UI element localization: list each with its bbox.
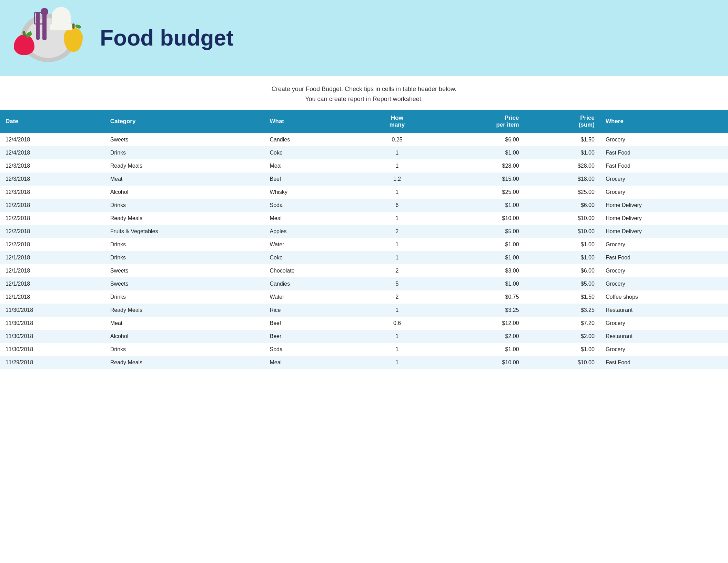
table-header-row: Date Category What Howmany Priceper item…: [0, 110, 728, 133]
cell-date: 12/4/2018: [0, 146, 105, 159]
cell-date: 12/2/2018: [0, 225, 105, 238]
cell-howmany: 1.2: [361, 172, 433, 186]
cell-where: Fast Food: [600, 356, 728, 369]
cell-howmany: 0.6: [361, 317, 433, 330]
cell-what: Meal: [264, 212, 361, 225]
cell-price-per-item: $1.00: [433, 199, 525, 212]
table-row: 12/4/2018SweetsCandies0.25$6.00$1.50Groc…: [0, 133, 728, 146]
cell-category: Drinks: [105, 146, 264, 159]
cell-category: Drinks: [105, 251, 264, 264]
cell-howmany: 1: [361, 186, 433, 199]
cell-price-sum: $1.00: [525, 251, 600, 264]
cell-price-sum: $28.00: [525, 159, 600, 172]
cell-where: Home Delivery: [600, 212, 728, 225]
cell-where: Home Delivery: [600, 225, 728, 238]
table-body: 12/4/2018SweetsCandies0.25$6.00$1.50Groc…: [0, 133, 728, 369]
cell-price-sum: $25.00: [525, 186, 600, 199]
cell-date: 12/2/2018: [0, 238, 105, 251]
cell-price-per-item: $2.00: [433, 330, 525, 343]
table-row: 12/1/2018SweetsCandies5$1.00$5.00Grocery: [0, 277, 728, 290]
subtitle-line1: Create your Food Budget. Check tips in c…: [7, 84, 721, 94]
cell-price-per-item: $6.00: [433, 133, 525, 146]
cell-what: Coke: [264, 146, 361, 159]
cell-what: Meal: [264, 159, 361, 172]
cell-price-per-item: $1.00: [433, 343, 525, 356]
cell-price-sum: $1.00: [525, 343, 600, 356]
cell-what: Candies: [264, 277, 361, 290]
cell-where: Grocery: [600, 186, 728, 199]
header-illustration: [14, 7, 83, 69]
cell-howmany: 6: [361, 199, 433, 212]
cell-howmany: 1: [361, 330, 433, 343]
cell-price-sum: $10.00: [525, 212, 600, 225]
cell-category: Alcohol: [105, 186, 264, 199]
pear-icon: [64, 28, 83, 52]
cell-where: Home Delivery: [600, 199, 728, 212]
cell-what: Water: [264, 290, 361, 304]
cell-category: Drinks: [105, 290, 264, 304]
cell-date: 12/3/2018: [0, 172, 105, 186]
cell-price-per-item: $15.00: [433, 172, 525, 186]
cell-price-per-item: $3.25: [433, 304, 525, 317]
col-what: What: [264, 110, 361, 133]
col-howmany: Howmany: [361, 110, 433, 133]
cell-date: 11/30/2018: [0, 343, 105, 356]
cell-howmany: 2: [361, 264, 433, 277]
cell-date: 11/30/2018: [0, 317, 105, 330]
cell-price-per-item: $25.00: [433, 186, 525, 199]
utensils-icon: [36, 12, 47, 40]
cell-price-sum: $10.00: [525, 225, 600, 238]
cell-what: Soda: [264, 343, 361, 356]
cell-date: 12/1/2018: [0, 290, 105, 304]
cell-what: Whisky: [264, 186, 361, 199]
spoon-icon: [42, 12, 47, 40]
table-row: 12/3/2018AlcoholWhisky1$25.00$25.00Groce…: [0, 186, 728, 199]
cell-date: 12/1/2018: [0, 251, 105, 264]
cell-price-sum: $2.00: [525, 330, 600, 343]
cell-howmany: 1: [361, 343, 433, 356]
cell-what: Meal: [264, 356, 361, 369]
cell-price-per-item: $5.00: [433, 225, 525, 238]
cell-price-sum: $18.00: [525, 172, 600, 186]
table-row: 12/2/2018DrinksSoda6$1.00$6.00Home Deliv…: [0, 199, 728, 212]
cell-category: Sweets: [105, 277, 264, 290]
cell-what: Water: [264, 238, 361, 251]
cell-howmany: 1: [361, 356, 433, 369]
col-category: Category: [105, 110, 264, 133]
cell-category: Sweets: [105, 133, 264, 146]
cell-price-sum: $5.00: [525, 277, 600, 290]
cell-price-per-item: $3.00: [433, 264, 525, 277]
subtitle: Create your Food Budget. Check tips in c…: [0, 76, 728, 110]
cell-what: Beef: [264, 172, 361, 186]
cell-category: Drinks: [105, 199, 264, 212]
cell-date: 12/1/2018: [0, 277, 105, 290]
col-where: Where: [600, 110, 728, 133]
cell-date: 11/30/2018: [0, 304, 105, 317]
cell-where: Grocery: [600, 172, 728, 186]
cell-price-per-item: $1.00: [433, 277, 525, 290]
cell-category: Drinks: [105, 343, 264, 356]
table-row: 11/30/2018AlcoholBeer1$2.00$2.00Restaura…: [0, 330, 728, 343]
table-row: 12/3/2018MeatBeef1.2$15.00$18.00Grocery: [0, 172, 728, 186]
cell-price-per-item: $10.00: [433, 356, 525, 369]
cell-howmany: 1: [361, 251, 433, 264]
cell-howmany: 1: [361, 159, 433, 172]
table-row: 12/1/2018DrinksWater2$0.75$1.50Coffee sh…: [0, 290, 728, 304]
cell-where: Grocery: [600, 277, 728, 290]
cell-price-sum: $1.00: [525, 238, 600, 251]
cell-category: Meat: [105, 172, 264, 186]
cell-category: Fruits & Vegetables: [105, 225, 264, 238]
cell-price-per-item: $1.00: [433, 146, 525, 159]
cell-what: Beer: [264, 330, 361, 343]
cell-category: Ready Meals: [105, 356, 264, 369]
cell-date: 12/2/2018: [0, 199, 105, 212]
table-row: 12/2/2018Fruits & VegetablesApples2$5.00…: [0, 225, 728, 238]
cell-where: Grocery: [600, 264, 728, 277]
cell-price-per-item: $1.00: [433, 238, 525, 251]
cell-price-sum: $1.50: [525, 290, 600, 304]
cell-category: Ready Meals: [105, 159, 264, 172]
cell-category: Sweets: [105, 264, 264, 277]
cell-where: Fast Food: [600, 251, 728, 264]
table-row: 11/29/2018Ready MealsMeal1$10.00$10.00Fa…: [0, 356, 728, 369]
table-row: 11/30/2018Ready MealsRice1$3.25$3.25Rest…: [0, 304, 728, 317]
